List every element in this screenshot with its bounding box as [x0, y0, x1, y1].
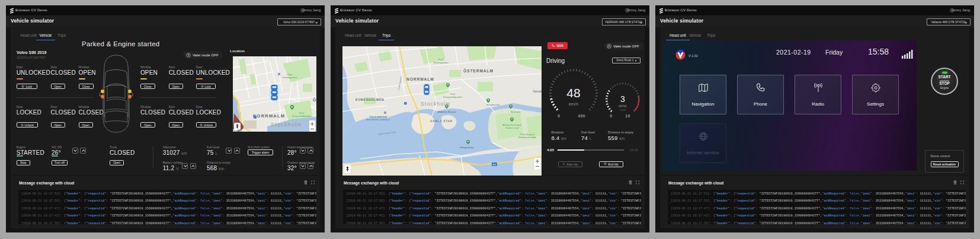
svg-text:hall: hall — [238, 129, 241, 131]
svg-text:×1000: ×1000 — [620, 109, 626, 111]
svg-text:Skansen: Skansen — [511, 110, 521, 113]
svg-text:48: 48 — [566, 86, 580, 100]
svg-text:Gröna Lund: Gröna Lund — [505, 126, 519, 129]
svg-text:Moderna Museet: Moderna Museet — [437, 110, 456, 113]
svg-text:GAMLA STAN: GAMLA STAN — [430, 120, 453, 123]
svg-text:Kungsträdgården: Kungsträdgården — [292, 114, 312, 117]
svg-text:NORRMALM: NORRMALM — [253, 113, 285, 119]
svg-text:Stockholm: Stockholm — [271, 122, 302, 128]
svg-text:Kungsträdgården: Kungsträdgården — [443, 95, 463, 98]
svg-text:NORRMALM: NORRMALM — [406, 77, 434, 81]
svg-text:Waldemarsudde: Waldemarsudde — [518, 136, 537, 139]
svg-text:km/h: km/h — [569, 101, 578, 107]
svg-text:E4: E4 — [493, 163, 497, 166]
svg-text:Vasamuseet: Vasamuseet — [486, 103, 501, 106]
svg-text:Fotografiska: Fotografiska — [460, 146, 474, 149]
svg-text:ÖSTERMALM: ÖSTERMALM — [463, 68, 494, 73]
svg-text:Humlegården: Humlegården — [433, 61, 449, 64]
svg-text:Tekniska: Tekniska — [533, 90, 542, 93]
svg-text:Humlegården: Humlegården — [282, 76, 297, 79]
svg-text:3: 3 — [620, 94, 625, 104]
svg-text:KUNGSHOLMEN: KUNGSHOLMEN — [356, 98, 385, 101]
svg-text:RPM: RPM — [619, 104, 626, 108]
svg-text:ÖS: ÖS — [313, 97, 316, 102]
svg-text:Stockholms stadshus: Stockholms stadshus — [366, 118, 390, 121]
